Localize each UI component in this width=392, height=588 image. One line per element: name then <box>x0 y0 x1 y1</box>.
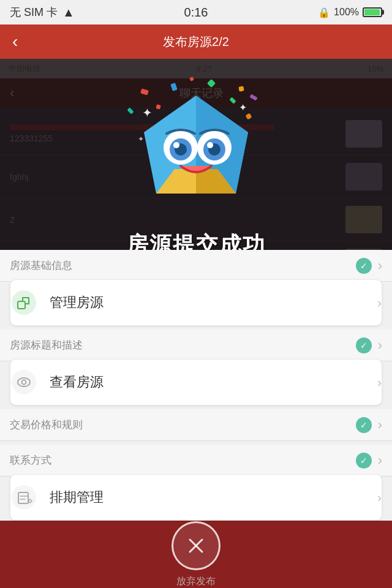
status-time: 0:16 <box>184 6 208 20</box>
schedule-chevron-icon: › <box>377 491 382 505</box>
svg-point-20 <box>12 485 36 510</box>
chevron-3: › <box>378 417 382 433</box>
close-label: 放弃发布 <box>176 575 216 588</box>
wifi-icon: ▲ <box>62 6 75 20</box>
manage-chevron-icon: › <box>377 296 382 310</box>
confetti-8 <box>189 77 194 81</box>
close-x-icon <box>184 533 208 558</box>
house-mascot-svg: ✦ ✦ ✦ <box>135 89 257 212</box>
check-icon-4: ✓ <box>356 453 372 469</box>
mascot-container: ✦ ✦ ✦ <box>123 77 270 224</box>
manage-btn-label: 管理房源 <box>50 293 104 312</box>
page-root: 无 SIM 卡 ▲ 0:16 🔒 100% ‹ 发布房源2/2 中国电信 9:2… <box>0 0 392 588</box>
battery-icon <box>363 7 382 17</box>
manage-btn[interactable]: 管理房源 › <box>10 279 382 326</box>
status-bar: 无 SIM 卡 ▲ 0:16 🔒 100% <box>0 0 392 24</box>
svg-text:✦: ✦ <box>142 106 153 119</box>
view-chevron-icon: › <box>377 375 382 390</box>
schedule-btn-label: 排期管理 <box>50 488 104 507</box>
view-icon-container <box>10 369 37 396</box>
check-icon-1: ✓ <box>356 258 372 274</box>
svg-point-15 <box>12 290 36 315</box>
status-right: 🔒 100% <box>318 7 382 18</box>
battery-fill <box>364 9 380 15</box>
form-row-4: 联系方式 ✓ › <box>0 445 392 477</box>
battery-percent: 100% <box>334 7 359 18</box>
close-btn-area: 放弃发布 <box>0 521 392 588</box>
check-icon-3: ✓ <box>356 417 372 433</box>
page-title: 发布房源2/2 <box>163 34 229 50</box>
svg-text:✦: ✦ <box>239 102 247 113</box>
confetti-6 <box>127 107 134 114</box>
nav-bar: ‹ 发布房源2/2 <box>0 24 392 59</box>
chevron-4: › <box>378 453 382 469</box>
edit-icon <box>10 484 37 511</box>
chevron-1: › <box>378 258 382 274</box>
share-icon <box>10 289 37 316</box>
chevron-2: › <box>378 337 382 353</box>
form-row-1: 房源基础信息 ✓ › <box>0 250 392 282</box>
schedule-icon-container <box>10 484 37 511</box>
view-btn-label: 查看房源 <box>50 373 104 391</box>
svg-point-7 <box>173 142 179 148</box>
form-row-3: 交易价格和规则 ✓ › <box>0 409 392 441</box>
carrier-label: 无 SIM 卡 <box>10 5 58 20</box>
form-row-label-1: 房源基础信息 <box>10 258 72 273</box>
view-btn[interactable]: 查看房源 › <box>10 359 382 405</box>
bottom-sheet: 房源基础信息 ✓ › 管理房源 › <box>0 250 392 588</box>
check-icon-2: ✓ <box>356 337 372 353</box>
manage-icon-container <box>10 289 37 316</box>
form-row-label-4: 联系方式 <box>10 453 51 467</box>
svg-text:✦: ✦ <box>138 135 144 143</box>
form-row-2: 房源标题和描述 ✓ › <box>0 330 392 361</box>
confetti-4 <box>238 86 244 91</box>
form-row-label-2: 房源标题和描述 <box>10 338 83 352</box>
lock-icon: 🔒 <box>318 7 330 18</box>
form-row-label-3: 交易价格和规则 <box>10 418 83 432</box>
close-button[interactable] <box>172 521 221 570</box>
svg-point-17 <box>12 370 36 394</box>
eye-icon <box>10 369 37 396</box>
status-left: 无 SIM 卡 ▲ <box>10 5 75 20</box>
confetti-3 <box>207 79 216 88</box>
form-rows-bg: 房源基础信息 ✓ › 管理房源 › <box>0 250 392 521</box>
svg-point-11 <box>207 142 213 148</box>
back-button[interactable]: ‹ <box>12 32 18 51</box>
schedule-btn[interactable]: 排期管理 › <box>10 474 382 521</box>
